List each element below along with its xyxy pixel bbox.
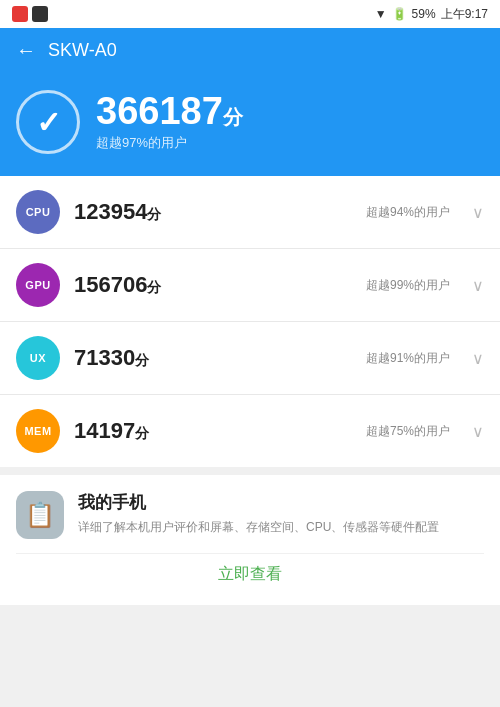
- ux-badge: UX: [16, 336, 60, 380]
- mem-subtext: 超越75%的用户: [366, 423, 450, 440]
- gpu-score: 156706分: [74, 272, 352, 298]
- gpu-subtext: 超越99%的用户: [366, 277, 450, 294]
- my-phone-top: 📋 我的手机 详细了解本机用户评价和屏幕、存储空间、CPU、传感器等硬件配置: [16, 491, 484, 539]
- ux-subtext: 超越91%的用户: [366, 350, 450, 367]
- app-icon-dark: [32, 6, 48, 22]
- my-phone-title: 我的手机: [78, 491, 439, 514]
- mem-score: 14197分: [74, 418, 352, 444]
- back-button[interactable]: ←: [16, 39, 36, 62]
- check-mark-icon: ✓: [36, 105, 61, 140]
- ux-chevron-icon: ∨: [472, 349, 484, 368]
- battery-icon: 🔋: [392, 7, 407, 21]
- cpu-subtext: 超越94%的用户: [366, 204, 450, 221]
- score-subtext: 超越97%的用户: [96, 134, 243, 152]
- status-left: [12, 6, 48, 22]
- cpu-score: 123954分: [74, 199, 352, 225]
- scores-section: CPU 123954分 超越94%的用户 ∨ GPU 156706分 超越99%…: [0, 176, 500, 467]
- section-divider: [0, 467, 500, 475]
- my-phone-description: 详细了解本机用户评价和屏幕、存储空间、CPU、传感器等硬件配置: [78, 518, 439, 536]
- check-now-button[interactable]: 立即查看: [16, 553, 484, 589]
- mem-badge: MEM: [16, 409, 60, 453]
- ux-score: 71330分: [74, 345, 352, 371]
- cpu-score-row[interactable]: CPU 123954分 超越94%的用户 ∨: [0, 176, 500, 249]
- phone-icon-badge: 📋: [16, 491, 64, 539]
- gpu-badge: GPU: [16, 263, 60, 307]
- wifi-icon: ▼: [375, 7, 387, 21]
- mem-score-row[interactable]: MEM 14197分 超越75%的用户 ∨: [0, 395, 500, 467]
- battery-percentage: 59%: [412, 7, 436, 21]
- total-score: 366187分: [96, 92, 243, 130]
- mem-chevron-icon: ∨: [472, 422, 484, 441]
- cpu-badge: CPU: [16, 190, 60, 234]
- gpu-chevron-icon: ∨: [472, 276, 484, 295]
- phone-document-icon: 📋: [25, 501, 55, 529]
- status-icons: ▼ 🔋 59% 上午9:17: [375, 6, 488, 23]
- time-display: 上午9:17: [441, 6, 488, 23]
- my-phone-card: 📋 我的手机 详细了解本机用户评价和屏幕、存储空间、CPU、传感器等硬件配置 立…: [0, 475, 500, 605]
- score-info: 366187分 超越97%的用户: [96, 92, 243, 152]
- cpu-chevron-icon: ∨: [472, 203, 484, 222]
- score-banner: ✓ 366187分 超越97%的用户: [0, 72, 500, 176]
- app-icon-red: [12, 6, 28, 22]
- app-header: ← SKW-A0: [0, 28, 500, 72]
- gpu-score-row[interactable]: GPU 156706分 超越99%的用户 ∨: [0, 249, 500, 322]
- header-title: SKW-A0: [48, 40, 117, 61]
- status-bar: ▼ 🔋 59% 上午9:17: [0, 0, 500, 28]
- ux-score-row[interactable]: UX 71330分 超越91%的用户 ∨: [0, 322, 500, 395]
- check-circle: ✓: [16, 90, 80, 154]
- phone-text-block: 我的手机 详细了解本机用户评价和屏幕、存储空间、CPU、传感器等硬件配置: [78, 491, 439, 536]
